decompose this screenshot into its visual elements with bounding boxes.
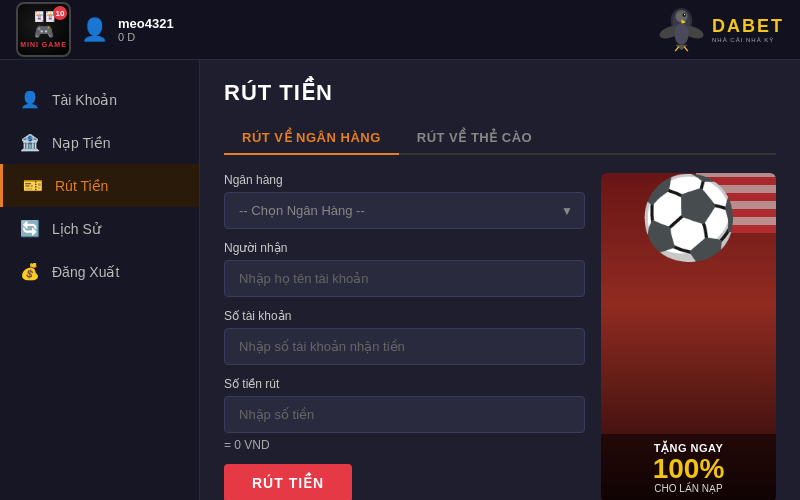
recipient-group: Người nhận (224, 241, 585, 297)
tab-the-cao[interactable]: RÚT VỀ THẺ CÀO (399, 122, 550, 155)
svg-line-11 (675, 47, 679, 52)
svg-point-6 (684, 14, 685, 15)
account-label: Số tài khoản (224, 309, 585, 323)
bank-select[interactable]: -- Chọn Ngân Hàng -- (224, 192, 585, 229)
recipient-input[interactable] (224, 260, 585, 297)
amount-group: Số tiền rút = 0 VND (224, 377, 585, 452)
dabet-logo: DABET NHÀ CÁI NHÀ KỲ (659, 7, 784, 52)
bank-group: Ngân hàng -- Chọn Ngân Hàng -- ▼ (224, 173, 585, 229)
main-content: RÚT TIỀN RÚT VỀ NGÂN HÀNG RÚT VỀ THẺ CÀO… (200, 60, 800, 500)
ad-promo-line2: CHO LẦN NẠP (609, 483, 768, 494)
ad-content: TẶNG NGAY 100% CHO LẦN NẠP (601, 434, 776, 500)
bank-label: Ngân hàng (224, 173, 585, 187)
ad-percent: 100% (609, 455, 768, 483)
sidebar-label-rut-tien: Rút Tiền (55, 178, 108, 194)
submit-button[interactable]: RÚT TIỀN (224, 464, 352, 500)
username: meo4321 (118, 16, 174, 31)
user-balance: 0 D (118, 31, 174, 43)
dabet-brand-text: DABET NHÀ CÁI NHÀ KỲ (712, 16, 784, 43)
bank-select-wrapper: -- Chọn Ngân Hàng -- ▼ (224, 192, 585, 229)
deposit-icon: 🏦 (20, 133, 40, 152)
ad-banner: ⚽ TẶNG NGAY 100% CHO LẦN NẠP (601, 173, 776, 500)
page-title: RÚT TIỀN (224, 80, 776, 106)
form-section: Ngân hàng -- Chọn Ngân Hàng -- ▼ Người n… (224, 173, 585, 500)
sidebar-label-lich-su: Lịch Sử (52, 221, 101, 237)
account-input[interactable] (224, 328, 585, 365)
user-details: meo4321 0 D (118, 16, 174, 43)
content-area: Ngân hàng -- Chọn Ngân Hàng -- ▼ Người n… (224, 173, 776, 500)
recipient-label: Người nhận (224, 241, 585, 255)
dabet-sub: NHÀ CÁI NHÀ KỲ (712, 37, 784, 43)
dabet-name: DABET (712, 16, 784, 37)
logo-cards-icon: 🃏🃏 (33, 11, 55, 22)
logo-text: MINI GAME (20, 41, 67, 48)
tab-ngan-hang[interactable]: RÚT VỀ NGÂN HÀNG (224, 122, 399, 155)
sidebar: 👤 Tài Khoản 🏦 Nạp Tiền ➤ 🎫 Rút Tiền 🔄 Lị… (0, 60, 200, 500)
withdraw-icon: 🎫 (23, 176, 43, 195)
logo-box: 10 🃏🃏 🎮 MINI GAME (16, 2, 71, 57)
sidebar-label-nap-tien: Nạp Tiền (52, 135, 110, 151)
sidebar-item-lich-su[interactable]: 🔄 Lịch Sử (0, 207, 199, 250)
app-wrapper: 10 🃏🃏 🎮 MINI GAME 👤 meo4321 0 D (0, 0, 800, 500)
logout-icon: 💰 (20, 262, 40, 281)
user-icon: 👤 (20, 90, 40, 109)
history-icon: 🔄 (20, 219, 40, 238)
user-avatar-icon: 👤 (81, 17, 108, 43)
sidebar-menu: 👤 Tài Khoản 🏦 Nạp Tiền ➤ 🎫 Rút Tiền 🔄 Lị… (0, 70, 199, 301)
header: 10 🃏🃏 🎮 MINI GAME 👤 meo4321 0 D (0, 0, 800, 60)
eagle-icon (659, 7, 704, 52)
header-user-info: 👤 meo4321 0 D (81, 16, 174, 43)
ad-percent-value: 100% (653, 453, 725, 484)
svg-line-12 (684, 47, 688, 52)
sidebar-label-tai-khoan: Tài Khoản (52, 92, 117, 108)
player-icon: ⚽ (639, 178, 739, 258)
header-left: 10 🃏🃏 🎮 MINI GAME 👤 meo4321 0 D (16, 2, 174, 57)
logo-inner: 10 🃏🃏 🎮 MINI GAME (16, 2, 71, 57)
sidebar-item-rut-tien[interactable]: ➤ 🎫 Rút Tiền (0, 164, 199, 207)
amount-input[interactable] (224, 396, 585, 433)
svg-point-9 (674, 23, 688, 45)
amount-note: = 0 VND (224, 438, 585, 452)
sidebar-label-dang-xuat: Đăng Xuất (52, 264, 119, 280)
logo-game-icon: 🎮 (34, 22, 54, 41)
sidebar-item-tai-khoan[interactable]: 👤 Tài Khoản (0, 78, 199, 121)
svg-point-5 (682, 13, 686, 17)
sidebar-item-nap-tien[interactable]: 🏦 Nạp Tiền (0, 121, 199, 164)
sidebar-item-dang-xuat[interactable]: 💰 Đăng Xuất (0, 250, 199, 293)
tabs: RÚT VỀ NGÂN HÀNG RÚT VỀ THẺ CÀO (224, 122, 776, 155)
main-layout: 👤 Tài Khoản 🏦 Nạp Tiền ➤ 🎫 Rút Tiền 🔄 Lị… (0, 60, 800, 500)
logo-badge: 10 (53, 6, 67, 20)
amount-label: Số tiền rút (224, 377, 585, 391)
account-group: Số tài khoản (224, 309, 585, 365)
